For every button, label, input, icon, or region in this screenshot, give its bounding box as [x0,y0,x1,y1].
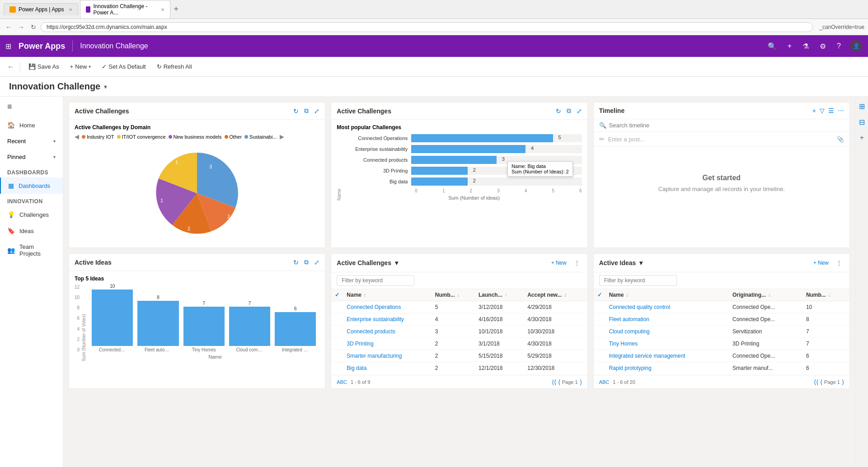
check-all-icon[interactable]: ✓ [335,292,339,298]
ideas-col-num[interactable]: Numb... ↓ [802,289,849,301]
sidebar-item-home[interactable]: 🏠 Home [0,117,63,133]
irow4-name[interactable]: Tiny Homes [605,338,729,350]
tab-close-1[interactable]: ✕ [69,7,72,12]
legend-label-2: IT/IOT convergence [122,134,166,140]
sidebar-item-team-projects[interactable]: 👥 Team Projects [0,239,63,262]
right-panel-icon-3[interactable]: + [860,134,864,142]
col-accept[interactable]: Accept new... ↕ [524,289,587,301]
help-icon[interactable]: ? [835,40,843,52]
browser-nav: ← → ↻ https://orgcc95e32d.crm.dynamics.c… [0,19,868,35]
irow2-name[interactable]: Fleet automation [605,313,729,326]
timeline-post-area[interactable]: ✏ Enter a post... 📎 [594,132,849,147]
ideas-copy-icon[interactable]: ⧉ [304,258,309,266]
grid-menu-button[interactable]: ⊞ [5,42,11,51]
timeline-filter-icon[interactable]: ▽ [820,107,825,114]
refresh-button[interactable]: ↻ [29,23,38,32]
irow1-name[interactable]: Connected quality control [605,301,729,313]
sidebar-item-dashboards[interactable]: ▦ Dashboards [0,177,63,194]
timeline-search-input[interactable] [609,122,844,129]
timeline-list-icon[interactable]: ☰ [828,107,834,114]
ideas-check-all[interactable]: ✓ [597,292,602,298]
ideas-table-scroll[interactable]: ✓ Name ↕ Originating... ↕ Numb... ↓ Conn… [594,289,849,375]
ideas-refresh-icon[interactable]: ↻ [293,259,299,266]
tab-innovation[interactable]: Innovation Challenge - Power A... ✕ [80,0,170,19]
bar-copy-icon[interactable]: ⧉ [567,107,571,115]
challenges-more-button[interactable]: ⋮ [572,258,582,267]
ideas-dropdown-icon[interactable]: ▾ [639,259,643,266]
bar-chart-inner: Name Connected Operations 5 [337,134,582,201]
challenges-next-page[interactable]: ⟩ [580,378,582,386]
sidebar-item-challenges[interactable]: 💡 Challenges [0,206,63,223]
ideas-first-page[interactable]: ⟨⟨ [814,378,818,386]
hamburger-button[interactable]: ≡ [0,97,63,117]
challenges-check-col: ✓ [331,289,343,301]
ideas-expand-icon[interactable]: ⤢ [314,259,319,266]
irow6-name[interactable]: Rapid prototyping [605,362,729,374]
irow5-name[interactable]: Integrated service management [605,350,729,362]
challenges-table-scroll[interactable]: ✓ Name ↕ Numb... ↓ Launch... ↑ Accept ne… [331,289,587,375]
user-avatar[interactable]: 👤 [850,40,863,52]
ideas-filter-input[interactable] [599,275,677,286]
ideas-new-button[interactable]: + New [811,259,831,267]
bar-expand-icon[interactable]: ⤢ [577,107,582,115]
search-icon[interactable]: 🔍 [766,40,779,52]
bar-refresh-icon[interactable]: ↻ [556,107,561,115]
challenges-pagination: ⟨⟨ ⟨ Page 1 ⟩ [552,378,582,386]
filter-icon[interactable]: ⚗ [801,40,811,52]
app-brand: Power Apps [19,42,65,51]
ideas-abc: ABC [599,379,610,385]
challenges-first-page[interactable]: ⟨⟨ [552,378,556,386]
card-active-challenges-pie: Active Challenges ↻ ⧉ ⤢ Active Challenge… [69,102,325,248]
legend-next[interactable]: ▶ [280,133,284,140]
challenges-prev-page[interactable]: ⟨ [558,378,560,386]
right-panel-icon-2[interactable]: ⊟ [859,118,865,126]
new-button[interactable]: + New ▾ [66,61,96,73]
challenges-filter-input[interactable] [337,275,414,286]
forward-button[interactable]: → [16,23,26,32]
row3-name[interactable]: Connected products [343,326,431,338]
pie-expand-icon[interactable]: ⤢ [314,107,319,115]
sidebar-recent[interactable]: Recent ▾ [0,133,63,149]
ideas-more-button[interactable]: ⋮ [834,258,844,267]
ideas-col-originating[interactable]: Originating... ↕ [729,289,802,301]
timeline-attach-icon[interactable]: 📎 [837,136,844,143]
card-header-pie: Active Challenges ↻ ⧉ ⤢ [69,103,325,120]
col-name[interactable]: Name ↕ [343,289,431,301]
pie-copy-icon[interactable]: ⧉ [304,107,309,115]
ideas-prev-page[interactable]: ⟨ [820,378,822,386]
tab-power-apps[interactable]: Power Apps | Apps ✕ [4,3,78,15]
row4-name[interactable]: 3D Printing [343,338,431,350]
refresh-all-button[interactable]: ↻ Refresh All [152,61,197,73]
timeline-add-icon[interactable]: + [812,107,816,114]
bar-fill-1: 5 [411,134,553,142]
row5-name[interactable]: Smarter manufacturing [343,350,431,362]
timeline-more-icon[interactable]: ⋯ [838,107,844,114]
ideas-bars: 10 Connected qual... 8 Fleet automation [88,285,319,352]
tab-close-2[interactable]: ✕ [161,7,164,12]
irow3-name[interactable]: Cloud computing [605,326,729,338]
save-as-button[interactable]: 💾 Save As [24,61,64,73]
back-nav-button[interactable]: ← [7,63,14,71]
address-bar[interactable]: https://orgcc95e32d.crm.dynamics.com/mai… [41,22,813,32]
page-title-chevron[interactable]: ▾ [104,83,107,90]
sidebar-pinned[interactable]: Pinned ▾ [0,149,63,165]
pie-refresh-icon[interactable]: ↻ [293,107,299,115]
new-tab-button[interactable]: + [174,5,179,14]
challenges-new-button[interactable]: + New [549,259,569,267]
col-num[interactable]: Numb... ↓ [432,289,475,301]
row6-name[interactable]: Big data [343,362,431,374]
ideas-row-2: Fleet automation Connected Ope... 8 [594,313,849,326]
row2-name[interactable]: Enterprise sustainability [343,313,431,326]
legend-prev[interactable]: ◀ [75,133,79,140]
back-button[interactable]: ← [4,23,14,32]
challenges-dropdown-icon[interactable]: ▾ [395,259,398,266]
add-icon[interactable]: + [786,40,793,52]
sidebar-item-ideas[interactable]: 🔖 Ideas [0,223,63,239]
col-launch[interactable]: Launch... ↑ [475,289,524,301]
row1-name[interactable]: Connected Operations [343,301,431,313]
settings-icon[interactable]: ⚙ [818,40,828,52]
ideas-next-page[interactable]: ⟩ [842,378,844,386]
set-default-button[interactable]: ✓ Set As Default [97,61,150,73]
right-panel-icon-1[interactable]: ⊞ [859,102,865,111]
ideas-col-name[interactable]: Name ↕ [605,289,729,301]
